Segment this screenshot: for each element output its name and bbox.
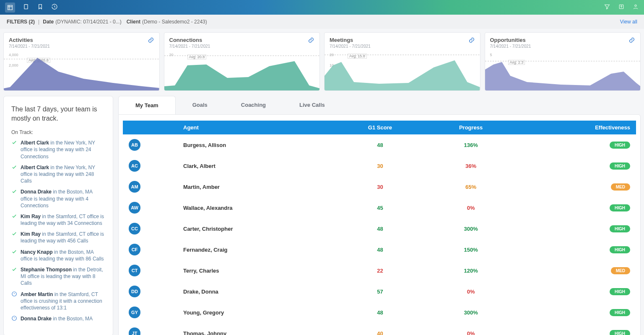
filter-date-label: Date [43, 19, 54, 25]
avatar[interactable]: CT [129, 265, 140, 276]
tabs: My TeamGoalsCoachingLive Calls [118, 96, 641, 114]
g1-score: 30 [335, 155, 426, 176]
effectiveness-badge: HIGH [610, 162, 630, 170]
agent-name: Martin, Amber [177, 176, 335, 197]
progress-value: 150% [426, 239, 516, 260]
info-circle-icon [11, 315, 17, 323]
link-icon[interactable] [308, 37, 314, 45]
insight-item: Donna Drake in the Boston, MA office is … [11, 188, 105, 209]
effectiveness-badge: HIGH [610, 142, 630, 149]
col-header[interactable]: Progress [426, 121, 516, 134]
insight-item: Nancy Knapp in the Boston, MA office is … [11, 249, 105, 262]
agent-name: Carter, Christopher [177, 218, 335, 239]
table-row[interactable]: AB Burgess, Allison 48 136% HIGH [123, 134, 636, 155]
chart-title: Meetings [330, 37, 475, 43]
filter-client-value[interactable]: (Demo - Salesdemo2 - 2243) [142, 19, 207, 25]
insight-item: Donna Drake in the Boston, MA [11, 315, 105, 323]
agent-name: Fernandez, Craig [177, 239, 335, 260]
insights-panel: The last 7 days, your team is mostly on … [3, 96, 113, 335]
check-icon [11, 188, 17, 196]
avatar[interactable]: AM [129, 181, 140, 193]
effectiveness-badge: HIGH [610, 204, 630, 211]
export-icon[interactable] [618, 3, 625, 12]
progress-value: 300% [426, 218, 516, 239]
check-icon [11, 249, 17, 256]
g1-score: 45 [335, 197, 426, 218]
progress-value: 36% [426, 155, 516, 176]
col-header[interactable] [123, 121, 177, 134]
user-icon[interactable] [632, 3, 639, 12]
bookmark-icon[interactable] [37, 3, 44, 12]
link-icon[interactable] [628, 37, 635, 45]
history-icon[interactable] [51, 3, 58, 12]
charts-row: Activities 7/14/2021 - 7/21/2021 4,0002,… [0, 29, 644, 91]
table-row[interactable]: CC Carter, Christopher 48 300% HIGH [123, 218, 636, 239]
insight-item: Amber Martin in the Stamford, CT office … [11, 291, 105, 312]
effectiveness-badge: HIGH [610, 309, 630, 316]
table-row[interactable]: DD Drake, Donna 57 0% HIGH [123, 281, 636, 302]
progress-value: 120% [426, 260, 516, 281]
avatar[interactable]: JT [129, 327, 140, 335]
progress-value: 136% [426, 134, 516, 155]
team-table: AgentG1 ScoreProgressEffectiveness AB Bu… [123, 121, 636, 335]
link-icon[interactable] [148, 37, 154, 45]
team-table-card: AgentG1 ScoreProgressEffectiveness AB Bu… [118, 114, 641, 335]
tab-coaching[interactable]: Coaching [224, 96, 283, 114]
agent-name: Drake, Donna [177, 281, 335, 302]
table-row[interactable]: AW Wallace, Alexandra 45 0% HIGH [123, 197, 636, 218]
effectiveness-badge: HIGH [610, 225, 630, 232]
check-icon [11, 139, 17, 147]
avatar[interactable]: AC [129, 160, 140, 172]
chart-card-connections: Connections 7/14/2021 - 7/21/2021 20 Avg… [164, 32, 320, 91]
check-icon [11, 266, 17, 274]
check-icon [11, 213, 17, 221]
agent-name: Burgess, Allison [177, 134, 335, 155]
table-row[interactable]: CT Terry, Charles 22 120% MED [123, 260, 636, 281]
tab-goals[interactable]: Goals [176, 96, 224, 114]
clipboard-icon[interactable] [23, 3, 29, 12]
avatar[interactable]: DD [129, 286, 140, 297]
filter-icon[interactable] [604, 3, 610, 12]
avatar[interactable]: CF [129, 244, 140, 255]
g1-score: 57 [335, 281, 426, 302]
g1-score: 30 [335, 176, 426, 197]
agent-name: Young, Gregory [177, 302, 335, 323]
tab-live-calls[interactable]: Live Calls [283, 96, 342, 114]
table-row[interactable]: CF Fernandez, Craig 48 150% HIGH [123, 239, 636, 260]
table-row[interactable]: JT Thomas, Johnny 40 0% HIGH [123, 323, 636, 335]
avatar[interactable]: AB [129, 139, 140, 151]
svg-rect-0 [24, 4, 28, 9]
effectiveness-badge: HIGH [610, 330, 630, 335]
filters-count[interactable]: FILTERS (2) [7, 19, 35, 25]
g1-score: 48 [335, 218, 426, 239]
avatar[interactable]: AW [129, 202, 140, 214]
svg-point-2 [635, 5, 636, 6]
chart-date-range: 7/14/2021 - 7/21/2021 [9, 44, 154, 49]
chart-card-meetings: Meetings 7/14/2021 - 7/21/2021 2010 Avg:… [324, 32, 480, 91]
table-row[interactable]: AC Clark, Albert 30 36% HIGH [123, 155, 636, 176]
chart-title: Connections [169, 37, 315, 43]
tab-my-team[interactable]: My Team [118, 96, 176, 114]
effectiveness-badge: MED [611, 183, 630, 191]
avatar[interactable]: CC [129, 223, 140, 234]
chart-card-activities: Activities 7/14/2021 - 7/21/2021 4,0002,… [3, 32, 160, 91]
table-row[interactable]: GY Young, Gregory 48 300% HIGH [123, 302, 636, 323]
g1-score: 40 [335, 323, 426, 335]
info-circle-icon [11, 291, 17, 299]
app-logo[interactable] [5, 3, 15, 13]
chart-title: Activities [9, 37, 154, 43]
table-row[interactable]: AM Martin, Amber 30 65% MED [123, 176, 636, 197]
chart-date-range: 7/14/2021 - 7/21/2021 [490, 44, 636, 49]
view-all-link[interactable]: View all [620, 19, 637, 25]
col-header[interactable]: Effectiveness [516, 121, 636, 134]
g1-score: 22 [335, 260, 426, 281]
col-header[interactable]: Agent [177, 121, 335, 134]
agent-name: Clark, Albert [177, 155, 335, 176]
col-header[interactable]: G1 Score [335, 121, 426, 134]
avatar[interactable]: GY [129, 307, 140, 318]
insight-item: Kim Ray in the Stamford, CT office is le… [11, 213, 105, 227]
link-icon[interactable] [468, 37, 475, 45]
filter-date-value[interactable]: (DYNAMIC: 07/14/2021 - 0...) [55, 19, 121, 25]
g1-score: 48 [335, 134, 426, 155]
progress-value: 65% [426, 176, 516, 197]
